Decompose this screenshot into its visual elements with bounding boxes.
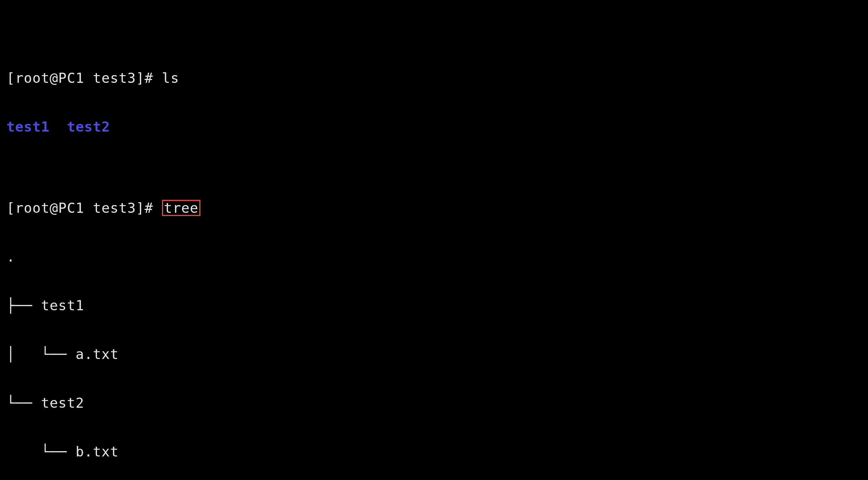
tree-output-line: ├── test1 [6, 297, 862, 314]
ls-output: test1 test2 [6, 119, 862, 135]
highlight-box-tree: tree [162, 200, 200, 216]
ls-dirs: test1 test2 [6, 119, 110, 135]
cmd-ls: ls [162, 70, 179, 86]
prompt-line-ls: [root@PC1 test3]# ls [6, 70, 862, 86]
cmd-tree: tree [164, 200, 198, 216]
tree-output-line: └── b.txt [6, 443, 862, 460]
tree-output-line: └── test2 [6, 395, 862, 411]
prompt: [root@PC1 test3]# [6, 200, 162, 216]
prompt-line-tree: [root@PC1 test3]# tree [6, 200, 862, 216]
tree-output-line: │ └── a.txt [6, 346, 862, 362]
tree-output-root: . [6, 249, 862, 265]
prompt: [root@PC1 test3]# [6, 70, 162, 86]
terminal[interactable]: [root@PC1 test3]# ls test1 test2 [root@P… [0, 0, 868, 480]
